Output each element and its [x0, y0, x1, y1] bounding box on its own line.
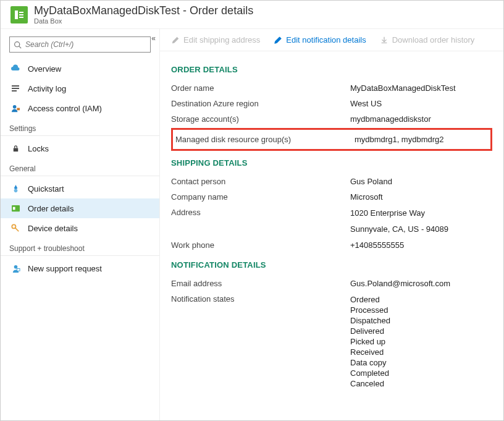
- sidebar-item-label: Access control (IAM): [28, 104, 102, 113]
- notif-states-list: Ordered Processed Dispatched Delivered P…: [350, 294, 390, 389]
- sidebar-item-activitylog[interactable]: Activity log: [1, 79, 159, 98]
- sidebar-item-label: Overview: [28, 64, 61, 74]
- log-icon: [10, 83, 20, 93]
- cloud-icon: [10, 64, 20, 74]
- svg-rect-6: [12, 85, 19, 87]
- shipping-address-value: 1020 Enterprise Way Sunnyvale, CA, US - …: [350, 208, 448, 234]
- notif-states-label: Notification states: [171, 294, 350, 389]
- shipping-address-label: Address: [171, 208, 350, 234]
- section-order-details: ORDER DETAILS: [171, 57, 492, 80]
- sidebar: « Overview Activity log Access control (…: [1, 29, 160, 421]
- notif-email-value: Gus.Poland@microsoft.com: [350, 279, 450, 288]
- svg-point-17: [14, 265, 17, 268]
- svg-rect-14: [12, 206, 15, 210]
- shipping-company-value: Microsoft: [350, 192, 383, 202]
- search-icon: [14, 41, 22, 49]
- svg-rect-2: [19, 14, 23, 15]
- sidebar-item-iam[interactable]: Access control (IAM): [1, 98, 159, 118]
- svg-rect-10: [17, 108, 20, 110]
- sidebar-group-settings: Settings: [1, 118, 159, 136]
- sidebar-item-locks[interactable]: Locks: [1, 138, 159, 158]
- sidebar-item-label: Device details: [28, 224, 78, 233]
- quickstart-icon: [10, 184, 20, 193]
- sidebar-item-overview[interactable]: Overview: [1, 59, 159, 79]
- svg-line-16: [15, 228, 19, 231]
- sidebar-item-newsupport[interactable]: New support request: [1, 258, 159, 278]
- edit-shipping-button[interactable]: Edit shipping address: [171, 35, 260, 45]
- sidebar-item-quickstart[interactable]: Quickstart: [1, 179, 159, 198]
- page-subtitle: Data Box: [34, 17, 253, 25]
- pencil-icon: [274, 36, 282, 45]
- order-icon: [10, 203, 20, 213]
- svg-rect-8: [12, 90, 17, 91]
- toolbar-label: Edit shipping address: [183, 35, 260, 45]
- svg-rect-7: [12, 88, 19, 89]
- sidebar-item-label: New support request: [28, 264, 102, 273]
- main-content: Edit shipping address Edit notification …: [160, 29, 503, 421]
- edit-notification-button[interactable]: Edit notification details: [274, 35, 366, 45]
- shipping-contact-value: Gus Poland: [350, 177, 392, 186]
- sidebar-group-general: General: [1, 158, 159, 176]
- key-icon: [10, 223, 20, 233]
- highlighted-managed-disk-row: Managed disk resource group(s)mydbmdrg1,…: [171, 128, 492, 151]
- svg-point-9: [12, 104, 16, 108]
- order-region-label: Destination Azure region: [171, 99, 350, 108]
- sidebar-item-devicedetails[interactable]: Device details: [1, 218, 159, 238]
- sidebar-group-support: Support + troubleshoot: [1, 238, 159, 256]
- sidebar-item-label: Activity log: [28, 84, 66, 93]
- download-history-button[interactable]: Download order history: [380, 35, 475, 45]
- svg-line-5: [19, 46, 21, 48]
- sidebar-item-orderdetails[interactable]: Order details: [1, 198, 159, 218]
- svg-point-4: [15, 41, 20, 46]
- notif-email-label: Email address: [171, 279, 350, 288]
- order-region-value: West US: [350, 99, 382, 108]
- order-storage-value: mydbmanageddiskstor: [350, 114, 431, 124]
- shipping-phone-label: Work phone: [171, 240, 350, 250]
- svg-rect-1: [19, 12, 23, 13]
- support-icon: [10, 263, 20, 273]
- pencil-icon: [171, 36, 180, 45]
- lock-icon: [10, 143, 20, 153]
- svg-rect-18: [17, 268, 20, 271]
- person-icon: [10, 103, 20, 113]
- collapse-sidebar-icon[interactable]: «: [151, 34, 156, 43]
- svg-rect-11: [13, 148, 17, 151]
- svg-rect-0: [15, 11, 18, 19]
- page-header: MyDataBoxManagedDiskTest - Order details…: [1, 1, 503, 29]
- section-notification-details: NOTIFICATION DETAILS: [171, 253, 492, 276]
- order-name-label: Order name: [171, 83, 350, 93]
- svg-point-12: [14, 189, 17, 192]
- shipping-company-label: Company name: [171, 192, 350, 202]
- toolbar: Edit shipping address Edit notification …: [160, 29, 503, 51]
- page-title: MyDataBoxManagedDiskTest - Order details: [34, 4, 253, 17]
- order-name-value: MyDataBoxManagedDiskTest: [350, 83, 456, 93]
- shipping-phone-value: +14085555555: [350, 240, 404, 250]
- order-rg-label: Managed disk resource group(s): [175, 135, 355, 144]
- toolbar-label: Download order history: [392, 35, 475, 45]
- order-rg-value: mydbmdrg1, mydbmdrg2: [355, 135, 444, 144]
- sidebar-item-label: Locks: [28, 144, 49, 153]
- search-input[interactable]: [9, 36, 151, 53]
- databox-icon: [10, 6, 28, 23]
- section-shipping-details: SHIPPING DETAILS: [171, 151, 492, 174]
- order-storage-label: Storage account(s): [171, 114, 350, 124]
- sidebar-item-label: Quickstart: [28, 184, 64, 193]
- svg-rect-3: [19, 17, 23, 18]
- sidebar-item-label: Order details: [28, 204, 74, 213]
- toolbar-label: Edit notification details: [286, 35, 366, 45]
- search-field[interactable]: [25, 40, 146, 49]
- download-icon: [380, 36, 388, 45]
- shipping-contact-label: Contact person: [171, 177, 350, 186]
